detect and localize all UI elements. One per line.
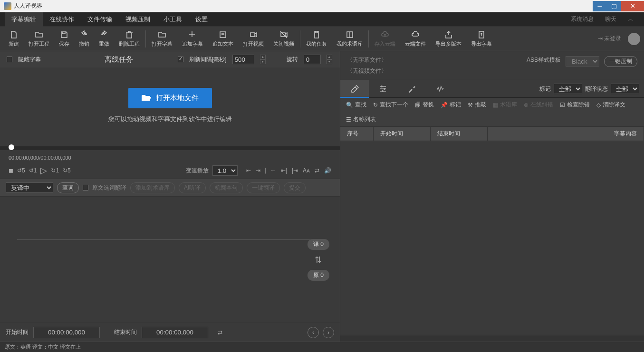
login-status[interactable]: ⇥ 未登录: [598, 35, 621, 43]
ass-template-select[interactable]: Black: [566, 56, 599, 67]
start-time-input[interactable]: [33, 327, 100, 338]
next-button[interactable]: ›: [323, 327, 334, 338]
menu-subtitle-edit[interactable]: 字幕编辑: [5, 12, 43, 27]
tool-text[interactable]: 追加文本: [208, 28, 238, 50]
tool-plus[interactable]: 追加字幕: [177, 28, 208, 50]
tool-folder[interactable]: 打开工程: [24, 28, 54, 50]
term-button[interactable]: ▦ 术语库: [493, 101, 517, 109]
font-icon[interactable]: Aᴀ: [303, 167, 310, 174]
find-next-button[interactable]: ↻ 查找下一个: [373, 101, 408, 109]
menu-tools[interactable]: 小工具: [157, 12, 189, 27]
refresh-down[interactable]: ▼: [260, 59, 266, 64]
right-header: 〈无字幕文件〉 〈无视频文件〉 ASS样式模板 Black 一键压制: [340, 51, 644, 80]
align-icon[interactable]: ⎸←: [265, 167, 276, 174]
close-button[interactable]: ✕: [621, 1, 644, 11]
th-seq[interactable]: 序号: [340, 127, 374, 141]
onekey-button[interactable]: 一键翻译: [247, 182, 280, 193]
open-local-file-button[interactable]: 打开本地文件: [128, 88, 212, 108]
menu-video-compress[interactable]: 视频压制: [119, 12, 157, 27]
mark-filter-select[interactable]: 全部: [554, 84, 582, 94]
ai-listen-button[interactable]: AI听译: [179, 182, 206, 193]
push-button[interactable]: ⚒ 推敲: [468, 101, 486, 109]
play-button[interactable]: ▷: [40, 165, 47, 176]
hide-subtitle-checkbox[interactable]: [7, 57, 12, 62]
editor-area[interactable]: 译 0 ⇅ 原 0: [0, 197, 340, 323]
clear-button[interactable]: ◇ 清除译文: [596, 101, 625, 109]
tool-save[interactable]: 保存: [54, 28, 74, 50]
refresh-checkbox[interactable]: [178, 57, 183, 62]
tab-eraser[interactable]: [340, 80, 369, 98]
correct-button[interactable]: ⊗ 在线纠错: [524, 101, 553, 109]
prev-button[interactable]: ‹: [308, 327, 319, 338]
back1-button[interactable]: ↺1: [29, 167, 37, 174]
menu-settings[interactable]: 设置: [189, 12, 214, 27]
tool-file[interactable]: 新建: [4, 28, 24, 50]
find-button[interactable]: 🔍 查找: [346, 101, 366, 109]
tool-undo[interactable]: 撤销: [74, 28, 94, 50]
maximize-button[interactable]: ▢: [607, 1, 621, 11]
tool-cloudup[interactable]: 存入云端: [370, 28, 400, 50]
submit-button[interactable]: 提交: [284, 182, 306, 193]
fwd5-button[interactable]: ↻5: [63, 167, 71, 174]
direction-select[interactable]: 英译中: [6, 182, 53, 193]
rotate-input[interactable]: [304, 55, 321, 64]
fwd1-button[interactable]: ↻1: [51, 167, 59, 174]
back5-button[interactable]: ↺5: [17, 167, 25, 174]
tab-wave[interactable]: [426, 80, 454, 98]
compress-button[interactable]: 一键压制: [604, 56, 637, 67]
speed-select[interactable]: 1.0: [212, 165, 238, 176]
mark-button[interactable]: 📌 标记: [441, 101, 461, 109]
swap-time-icon[interactable]: ⇄: [218, 329, 222, 336]
tool-videoff[interactable]: 关闭视频: [269, 28, 299, 50]
trans-status-select[interactable]: 全部: [611, 84, 639, 94]
indent-left-icon[interactable]: ⇤: [246, 167, 251, 174]
tab-sliders[interactable]: [369, 80, 397, 98]
playhead[interactable]: [9, 144, 14, 150]
end-time-input[interactable]: [142, 327, 208, 338]
avatar[interactable]: [628, 33, 640, 45]
tool-export[interactable]: 导出多版本: [431, 28, 466, 50]
rotate-down[interactable]: ▼: [327, 59, 332, 64]
tab-tools[interactable]: [397, 80, 426, 98]
stop-button[interactable]: ◼: [9, 167, 13, 174]
tool-folder2[interactable]: 打开字幕: [147, 28, 177, 50]
subtitle-list[interactable]: [340, 141, 644, 335]
loop-icon[interactable]: ⇄: [315, 167, 319, 174]
volume-icon[interactable]: 🔊: [324, 167, 331, 174]
check-button[interactable]: ☑ 检查除错: [560, 101, 590, 109]
namelist-button[interactable]: ☰ 名称列表: [346, 115, 376, 124]
mark-out-icon[interactable]: |⇥: [292, 167, 298, 174]
src-word-checkbox[interactable]: [83, 185, 88, 190]
system-msg-link[interactable]: 系统消息: [571, 15, 594, 23]
drop-area[interactable]: 打开本地文件 您可以拖动视频和字幕文件到软件中进行编辑: [0, 67, 340, 143]
chat-link[interactable]: 聊天: [605, 15, 616, 23]
tool-trash[interactable]: 删除工程: [114, 28, 144, 50]
replace-button[interactable]: 🗐 替换: [415, 101, 434, 109]
timeline[interactable]: [0, 146, 340, 150]
refresh-input[interactable]: [232, 55, 254, 64]
add-term-button[interactable]: 添加到术语库: [130, 182, 175, 193]
rotate-up[interactable]: ▲: [327, 55, 332, 59]
th-end[interactable]: 结束时间: [431, 127, 488, 141]
swap-icon[interactable]: ⇅: [315, 255, 322, 265]
scrollbar-horizontal[interactable]: [340, 335, 644, 342]
th-content[interactable]: 字幕内容: [488, 127, 644, 141]
indent-right-icon[interactable]: ⇥: [256, 167, 260, 174]
refresh-up[interactable]: ▲: [260, 55, 266, 59]
minimize-button[interactable]: ─: [593, 1, 607, 11]
src-word-label: 原文选词翻译: [92, 184, 126, 192]
tool-exportsub[interactable]: 导出字幕: [466, 28, 497, 50]
tool-clip[interactable]: 我的任务: [301, 28, 332, 50]
menu-file-transfer[interactable]: 文件传输: [81, 12, 119, 27]
lookup-button[interactable]: 查词: [57, 182, 79, 193]
tool-book[interactable]: 我的术语库: [332, 28, 367, 50]
tool-cloud[interactable]: 云端文件: [400, 28, 431, 50]
tool-redo[interactable]: 重做: [94, 28, 114, 50]
machine-button[interactable]: 机翻本句: [210, 182, 243, 193]
exportsub-icon: [477, 30, 486, 39]
menu-online-collab[interactable]: 在线协作: [43, 12, 81, 27]
mark-in-icon[interactable]: ⇤|: [281, 167, 287, 174]
th-start[interactable]: 开始时间: [374, 127, 431, 141]
tool-video[interactable]: 打开视频: [238, 28, 269, 50]
collapse-icon[interactable]: ︿: [628, 15, 634, 23]
